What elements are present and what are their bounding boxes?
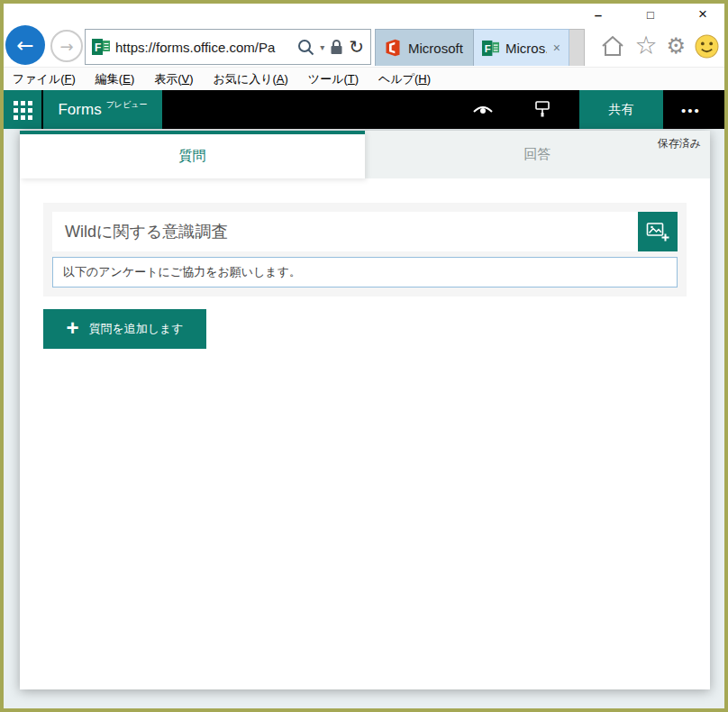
form-title-input[interactable]: Wildに関する意識調査: [52, 212, 638, 251]
menu-item-view[interactable]: 表示(V): [154, 71, 193, 87]
browser-tab-label: Microsoft ...: [408, 41, 465, 56]
brand-name: Forms: [58, 101, 101, 119]
window-controls: – □ ×: [589, 4, 712, 25]
form-header-panel: Wildに関する意識調査 以下のアンケートにご協力をお願いします。: [43, 203, 687, 297]
home-icon[interactable]: [600, 34, 625, 59]
new-tab-button[interactable]: [569, 29, 585, 66]
tab-close-icon[interactable]: ×: [553, 41, 560, 55]
browser-tab-office[interactable]: Microsoft ...: [375, 29, 474, 66]
browser-tab-forms[interactable]: F Micros... ×: [474, 29, 569, 66]
back-arrow-icon: ←: [16, 33, 33, 57]
svg-text:F: F: [95, 41, 101, 54]
menu-item-help[interactable]: ヘルプ(H): [378, 71, 431, 87]
favorites-star-icon[interactable]: ☆: [634, 33, 657, 59]
forward-button[interactable]: →: [50, 30, 83, 62]
browser-action-icons: ☆ ⚙: [600, 32, 719, 60]
add-question-button[interactable]: + 質問を追加します: [43, 309, 206, 349]
preview-eye-icon[interactable]: [469, 90, 496, 130]
plus-icon: +: [66, 317, 78, 339]
minimize-button[interactable]: –: [589, 7, 607, 23]
more-options-ellipsis-icon[interactable]: •••: [663, 90, 719, 130]
url-text[interactable]: https://forms.office.com/Pa: [115, 40, 292, 55]
address-bar[interactable]: F https://forms.office.com/Pa ▾ ↻: [85, 29, 371, 65]
forms-favicon-icon: F: [92, 38, 110, 56]
settings-gear-icon[interactable]: ⚙: [666, 35, 686, 57]
browser-window: – □ × ← → F https://forms.office.com/Pa: [0, 0, 728, 712]
theme-paint-icon[interactable]: [529, 90, 556, 130]
menu-item-tools[interactable]: ツール(T): [308, 71, 359, 87]
share-button[interactable]: 共有: [579, 90, 663, 130]
close-button[interactable]: ×: [694, 5, 712, 23]
refresh-icon[interactable]: ↻: [349, 38, 364, 56]
back-button[interactable]: ←: [5, 25, 45, 65]
title-bar: – □ ×: [4, 4, 724, 25]
preview-badge: プレビュー: [106, 99, 148, 111]
search-icon[interactable]: [297, 39, 314, 56]
saved-status: 保存済み: [658, 136, 701, 151]
forward-arrow-icon: →: [59, 37, 73, 56]
address-dropdown-caret-icon[interactable]: ▾: [320, 42, 324, 52]
forms-tab-favicon-icon: F: [482, 40, 499, 57]
forms-brand: Forms プレビュー: [43, 90, 162, 130]
svg-text:F: F: [485, 43, 491, 54]
navigation-bar: ← → F https://forms.office.com/Pa: [4, 25, 724, 67]
image-add-icon: [646, 221, 670, 242]
form-editor-card: 質問 回答 保存済み Wildに関する意識調査: [20, 131, 710, 689]
browser-tab-strip: Microsoft ... F Micros... ×: [375, 29, 585, 66]
feedback-smiley-icon[interactable]: [695, 34, 719, 59]
security-lock-icon: [330, 39, 343, 55]
menu-bar: ファイル(F) 編集(E) 表示(V) お気に入り(A) ツール(T) ヘルプ(…: [4, 67, 724, 90]
office-logo-icon: [384, 38, 402, 58]
form-description-input[interactable]: 以下のアンケートにご協力をお願いします。: [52, 257, 678, 288]
insert-image-button[interactable]: [638, 212, 678, 251]
page-background: 質問 回答 保存済み Wildに関する意識調査: [4, 129, 724, 708]
maximize-button[interactable]: □: [642, 8, 660, 22]
tab-questions[interactable]: 質問: [20, 131, 365, 178]
menu-item-edit[interactable]: 編集(E): [96, 71, 134, 87]
menu-item-favorites[interactable]: お気に入り(A): [214, 71, 288, 87]
browser-tab-label: Micros...: [505, 41, 547, 56]
app-launcher-waffle-icon[interactable]: [4, 90, 41, 130]
form-tab-row: 質問 回答 保存済み: [20, 131, 710, 178]
forms-app-bar: Forms プレビュー 共有 •••: [4, 90, 724, 130]
menu-item-file[interactable]: ファイル(F): [13, 71, 76, 87]
